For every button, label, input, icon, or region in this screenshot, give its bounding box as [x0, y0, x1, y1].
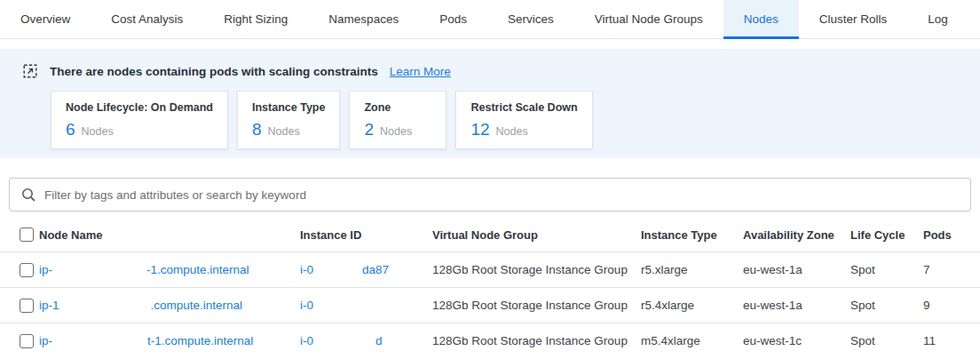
- instance-id-link[interactable]: i-0da87: [300, 263, 389, 276]
- pods-cell: 7: [923, 263, 980, 276]
- card-zone[interactable]: Zone 2 Nodes: [349, 91, 447, 149]
- tab-overview[interactable]: Overview: [0, 0, 91, 38]
- tab-nodes[interactable]: Nodes: [723, 0, 799, 38]
- tab-right-sizing[interactable]: Right Sizing: [203, 0, 308, 38]
- banner-message: There are nodes containing pods with sca…: [50, 65, 378, 78]
- instance-id-link[interactable]: i-0d: [300, 334, 383, 347]
- card-title: Instance Type: [252, 101, 325, 114]
- col-instance-id: Instance ID: [300, 228, 432, 242]
- row-checkbox[interactable]: [20, 299, 34, 313]
- tab-services[interactable]: Services: [487, 0, 574, 38]
- card-unit: Nodes: [268, 125, 300, 138]
- search-icon: [20, 187, 36, 203]
- scaling-constraints-banner: There are nodes containing pods with sca…: [0, 49, 980, 158]
- pods-cell: 11: [923, 334, 980, 347]
- select-all-checkbox[interactable]: [20, 227, 34, 242]
- table-row: ip--1.compute.internal i-0da87 128Gb Roo…: [0, 251, 980, 287]
- life-cycle-cell: Spot: [850, 299, 923, 312]
- tab-log[interactable]: Log: [907, 0, 968, 38]
- tab-bar: Overview Cost Analysis Right Sizing Name…: [0, 0, 980, 39]
- card-restrict-scale-down[interactable]: Restrict Scale Down 12 Nodes: [455, 91, 592, 149]
- life-cycle-cell: Spot: [850, 263, 923, 276]
- card-title: Restrict Scale Down: [470, 101, 577, 114]
- card-title: Zone: [364, 101, 431, 114]
- node-name-link[interactable]: ip-1.compute.internal: [39, 299, 242, 312]
- pods-cell: 9: [923, 299, 980, 312]
- tab-namespaces[interactable]: Namespaces: [308, 0, 419, 38]
- col-instance-type: Instance Type: [641, 228, 743, 242]
- card-count: 8: [252, 120, 262, 140]
- availability-zone-cell: eu-west-1a: [743, 299, 850, 312]
- learn-more-link[interactable]: Learn More: [390, 65, 451, 78]
- instance-id-link[interactable]: i-0: [300, 299, 409, 312]
- tab-cost-analysis[interactable]: Cost Analysis: [91, 0, 203, 38]
- card-count: 2: [364, 120, 374, 140]
- col-pods: Pods: [923, 228, 980, 242]
- constraint-summary-cards: Node Lifecycle: On Demand 6 Nodes Instan…: [51, 91, 958, 149]
- table-header-row: Node Name Instance ID Virtual Node Group…: [0, 218, 980, 251]
- instance-type-cell: r5.4xlarge: [641, 299, 743, 312]
- vng-cell: 128Gb Root Storage Instance Group: [432, 334, 641, 347]
- row-checkbox[interactable]: [20, 334, 34, 348]
- instance-type-cell: r5.xlarge: [641, 263, 743, 276]
- card-unit: Nodes: [82, 125, 114, 138]
- card-unit: Nodes: [496, 125, 528, 138]
- card-unit: Nodes: [380, 125, 412, 138]
- life-cycle-cell: Spot: [850, 334, 923, 347]
- availability-zone-cell: eu-west-1a: [743, 263, 850, 276]
- card-count: 6: [66, 120, 75, 140]
- card-title: Node Lifecycle: On Demand: [66, 101, 213, 114]
- col-virtual-node-group: Virtual Node Group: [432, 228, 641, 242]
- scale-up-icon: [22, 63, 38, 79]
- tab-cluster-rolls[interactable]: Cluster Rolls: [799, 0, 908, 38]
- availability-zone-cell: eu-west-1c: [743, 334, 850, 347]
- filter-input[interactable]: [44, 188, 960, 202]
- tab-pods[interactable]: Pods: [419, 0, 487, 38]
- card-instance-type[interactable]: Instance Type 8 Nodes: [237, 91, 340, 149]
- col-node-name: Node Name: [39, 228, 300, 242]
- card-node-lifecycle-on-demand[interactable]: Node Lifecycle: On Demand 6 Nodes: [51, 91, 228, 149]
- tab-virtual-node-groups[interactable]: Virtual Node Groups: [574, 0, 723, 38]
- node-name-link[interactable]: ip--1.compute.internal: [39, 263, 249, 276]
- card-count: 12: [470, 120, 489, 140]
- vng-cell: 128Gb Root Storage Instance Group: [432, 299, 641, 312]
- filter-bar: [9, 178, 971, 211]
- nodes-table: Node Name Instance ID Virtual Node Group…: [0, 218, 980, 358]
- vng-cell: 128Gb Root Storage Instance Group: [432, 263, 641, 276]
- instance-type-cell: m5.4xlarge: [641, 334, 743, 347]
- col-availability-zone: Availability Zone: [743, 228, 850, 242]
- table-row: ip-t-1.compute.internal i-0d 128Gb Root …: [0, 323, 980, 358]
- row-checkbox[interactable]: [20, 263, 34, 277]
- table-row: ip-1.compute.internal i-0 128Gb Root Sto…: [0, 287, 980, 323]
- col-life-cycle: Life Cycle: [850, 228, 923, 242]
- node-name-link[interactable]: ip-t-1.compute.internal: [39, 334, 253, 347]
